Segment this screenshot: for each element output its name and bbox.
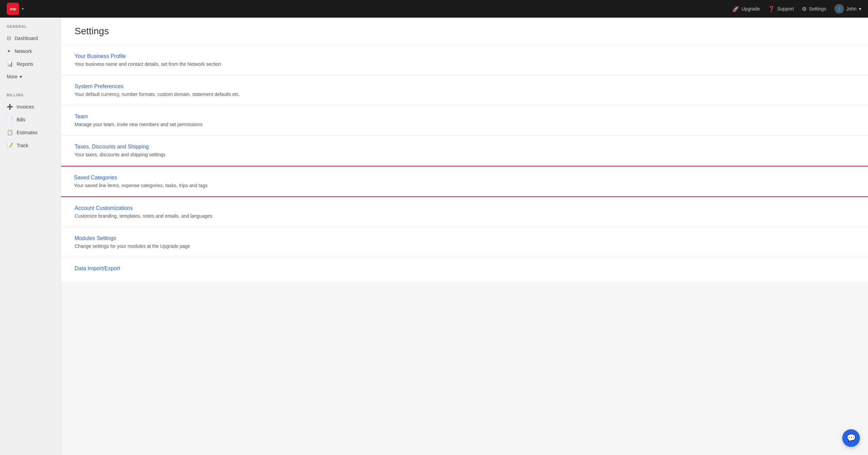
user-chevron-icon: ▾ (859, 6, 861, 12)
sidebar-item-track[interactable]: 📝 Track (0, 139, 61, 152)
settings-item-title: Taxes, Discounts and Shipping (75, 144, 854, 150)
sidebar: GENERAL ⊟ Dashboard ✦ Network 📊 Reports … (0, 18, 61, 455)
settings-item-desc: Your saved line items, expense categorie… (74, 183, 855, 188)
sidebar-divider (0, 83, 61, 90)
sidebar-item-label: Invoices (17, 104, 34, 110)
upgrade-label: Upgrade (742, 6, 760, 12)
sidebar-item-invoices[interactable]: ➕ Invoices (0, 100, 61, 113)
settings-item-desc: Customize branding, templates, notes and… (75, 213, 854, 219)
settings-header: Settings (61, 18, 868, 45)
settings-item-desc: Change settings for your modules at the … (75, 243, 854, 249)
settings-item-modules-settings[interactable]: Modules SettingsChange settings for your… (61, 227, 868, 257)
settings-item-business-profile[interactable]: Your Business ProfileYour business name … (61, 45, 868, 75)
user-name: John (846, 6, 856, 12)
sidebar-item-reports[interactable]: 📊 Reports (0, 58, 61, 71)
sidebar-item-label: Network (15, 48, 32, 54)
settings-item-title: Team (75, 114, 854, 120)
main-content: Settings Your Business ProfileYour busin… (61, 18, 868, 455)
settings-item-title: Your Business Profile (75, 53, 854, 59)
avatar: 👤 (834, 4, 844, 14)
settings-item-account-customizations[interactable]: Account CustomizationsCustomize branding… (61, 197, 868, 227)
sidebar-item-label: Track (17, 143, 28, 148)
top-nav-left: anp ▾ (7, 3, 24, 15)
settings-icon: ⚙ (802, 6, 807, 12)
billing-section-label: BILLING (0, 93, 61, 100)
upgrade-button[interactable]: 🚀 Upgrade (732, 6, 760, 12)
track-icon: 📝 (7, 142, 13, 149)
settings-item-desc: Your default currency, number formats, c… (75, 92, 854, 97)
support-label: Support (777, 6, 794, 12)
chat-icon: 💬 (847, 434, 856, 442)
bills-icon: 📄 (7, 117, 13, 123)
settings-item-title: Saved Categories (74, 175, 855, 181)
settings-item-saved-categories[interactable]: Saved CategoriesYour saved line items, e… (61, 166, 868, 197)
settings-item-system-preferences[interactable]: System PreferencesYour default currency,… (61, 75, 868, 105)
network-icon: ✦ (7, 48, 11, 54)
settings-item-title: Data Import/Export (75, 265, 854, 272)
main-layout: GENERAL ⊟ Dashboard ✦ Network 📊 Reports … (0, 18, 868, 455)
chat-bubble-button[interactable]: 💬 (842, 429, 860, 447)
upgrade-icon: 🚀 (732, 6, 739, 12)
invoices-icon: ➕ (7, 104, 13, 110)
settings-item-desc: Your taxes, discounts and shipping setti… (75, 152, 854, 157)
sidebar-item-label: Estimates (17, 130, 37, 135)
logo-chevron-icon[interactable]: ▾ (22, 6, 24, 11)
settings-item-data-import-export[interactable]: Data Import/Export (61, 257, 868, 282)
settings-label: Settings (809, 6, 826, 12)
settings-item-taxes-discounts-shipping[interactable]: Taxes, Discounts and ShippingYour taxes,… (61, 136, 868, 166)
settings-item-desc: Your business name and contact details, … (75, 61, 854, 67)
app-logo[interactable]: anp (7, 3, 19, 15)
reports-icon: 📊 (7, 61, 13, 67)
more-chevron-icon: ▾ (20, 74, 22, 79)
settings-list: Your Business ProfileYour business name … (61, 45, 868, 282)
settings-button[interactable]: ⚙ Settings (802, 6, 826, 12)
settings-item-team[interactable]: TeamManage your team, invite new members… (61, 105, 868, 136)
sidebar-item-label: Dashboard (15, 36, 38, 41)
top-nav: anp ▾ 🚀 Upgrade ❓ Support ⚙ Settings 👤 J… (0, 0, 868, 18)
settings-item-title: System Preferences (75, 83, 854, 90)
top-nav-right: 🚀 Upgrade ❓ Support ⚙ Settings 👤 John ▾ (732, 4, 861, 14)
more-label: More (7, 74, 18, 79)
user-menu[interactable]: 👤 John ▾ (834, 4, 861, 14)
estimates-icon: 📋 (7, 130, 13, 136)
sidebar-item-network[interactable]: ✦ Network (0, 45, 61, 58)
page-title: Settings (75, 26, 854, 37)
support-icon: ❓ (768, 6, 775, 12)
settings-item-desc: Manage your team, invite new members and… (75, 122, 854, 127)
sidebar-item-estimates[interactable]: 📋 Estimates (0, 126, 61, 139)
sidebar-item-dashboard[interactable]: ⊟ Dashboard (0, 32, 61, 45)
sidebar-item-label: Bills (17, 117, 25, 122)
settings-item-title: Modules Settings (75, 235, 854, 241)
sidebar-item-bills[interactable]: 📄 Bills (0, 113, 61, 126)
sidebar-more-button[interactable]: More ▾ (0, 71, 61, 83)
dashboard-icon: ⊟ (7, 35, 11, 41)
settings-item-title: Account Customizations (75, 205, 854, 211)
support-button[interactable]: ❓ Support (768, 6, 794, 12)
sidebar-item-label: Reports (17, 61, 33, 67)
general-section-label: GENERAL (0, 24, 61, 32)
